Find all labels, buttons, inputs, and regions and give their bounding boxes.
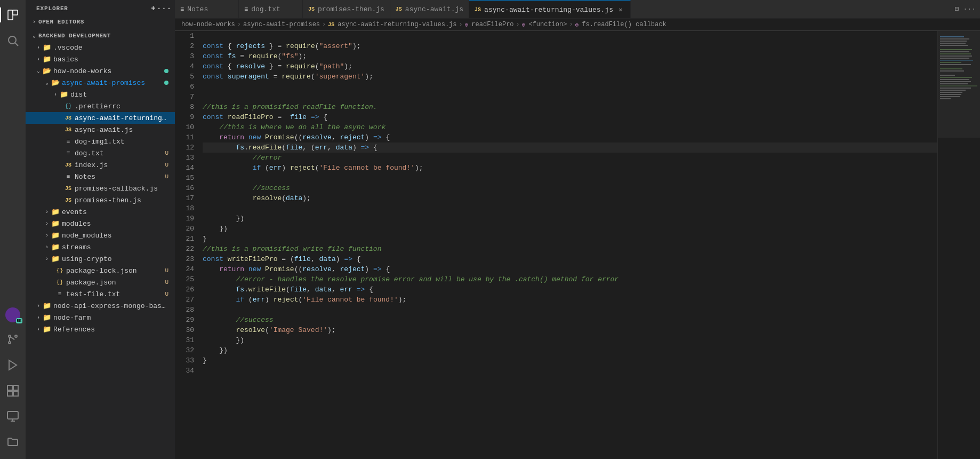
untracked-badge: U [165,267,168,274]
breadcrumb-callback[interactable]: fs.readFile() callback [582,21,666,28]
untracked-badge: U [165,150,168,156]
source-control-icon[interactable] [0,327,26,352]
sidebar-item-node-farm[interactable]: › 📁 node-farm [26,312,175,323]
code-line-26: fs.writeFile(file, data, err => { [203,284,937,295]
breadcrumb-function[interactable]: <function> [528,21,567,28]
breadcrumb-readfilepro[interactable]: readFilePro [471,21,513,28]
folder-icon: 📁 [43,302,51,310]
sidebar-item-node-api[interactable]: › 📁 node-api-express-mongo-basic [26,300,175,312]
code-line-17: resolve(data); [203,193,937,203]
sidebar-item-package-lock[interactable]: › {} package-lock.json U [26,265,175,276]
folder-icon: 📁 [43,325,51,334]
txt-icon: ≡ [55,290,64,298]
code-line-19: }) [203,213,937,224]
code-line-4: const { resolve } = require("path"); [203,61,937,72]
tab-notes[interactable]: ≡ Notes [175,0,239,19]
split-editor-icon[interactable]: ⊟ [955,5,959,13]
folder-icon: 📁 [51,219,60,228]
sidebar-item-using-crypto[interactable]: › 📁 using-crypto [26,253,175,265]
breadcrumb-how-node-works[interactable]: how-node-works [181,21,235,28]
code-line-21: } [203,234,937,244]
avatar-icon[interactable]: 5K [5,307,20,322]
tab-promises-then-label: promises-then.js [318,5,384,13]
txt-icon: ≡ [64,149,73,157]
tab-close-button[interactable]: ✕ [616,5,625,14]
tab-async-await[interactable]: JS async-await.js [390,0,469,19]
svg-rect-10 [7,391,12,396]
sidebar-item-promises-callback[interactable]: › JS promises-callback.js [26,183,175,194]
breadcrumb-js-icon: JS [328,22,334,28]
code-line-15 [203,173,937,183]
sidebar-item-dog-img[interactable]: › ≡ dog-img1.txt [26,136,175,147]
backend-dev-arrow: ⌄ [30,31,38,40]
activity-bar: 5K [0,0,26,459]
modified-badge [164,69,168,73]
svg-rect-12 [7,411,18,419]
search-icon[interactable] [0,28,26,53]
json-icon: {} [55,266,64,275]
extensions-icon[interactable] [0,378,26,403]
txt-icon: ≡ [64,137,73,146]
code-line-23: const writeFilePro = (file, data) => { [203,254,937,264]
more-actions-icon[interactable]: ··· [963,5,976,13]
sidebar-item-streams[interactable]: › 📁 streams [26,241,175,253]
code-line-31: }) [203,335,937,345]
explorer-icon[interactable] [0,2,26,28]
txt-icon: ≡ [64,172,73,181]
breadcrumb-filename[interactable]: async-await-returning-values.js [338,21,456,28]
open-folder-icon[interactable] [0,429,26,455]
untracked-badge: U [165,173,168,180]
code-line-25: //error - handles the resolve promise er… [203,274,937,284]
remote-icon[interactable] [0,403,26,429]
tab-dog-txt-icon: ≡ [244,6,248,13]
js-icon: JS [64,125,73,134]
breadcrumb-callback-icon: ⊕ [575,21,579,28]
sidebar-item-basics[interactable]: › 📁 basics [26,53,175,65]
backend-dev-header[interactable]: ⌄ BACKEND DEVELOPMENT [26,30,175,42]
svg-point-6 [15,335,17,337]
tab-promises-then[interactable]: JS promises-then.js [303,0,390,19]
code-line-24: return new Promise((resolve, reject) => … [203,264,937,274]
svg-point-2 [9,36,16,44]
tab-bar: ≡ Notes ≡ dog.txt JS promises-then.js JS… [175,0,980,19]
tab-async-await-label: async-await.js [405,5,463,13]
js-icon: JS [64,161,73,169]
sidebar-item-test-file[interactable]: › ≡ test-file.txt U [26,288,175,300]
open-editors-header[interactable]: › OPEN EDITORS [26,16,175,28]
sidebar-item-async-await-returning-values[interactable]: › JS async-await-returning-values.js [26,112,175,124]
sidebar-item-vscode[interactable]: › 📁 .vscode [26,42,175,53]
sidebar-item-promises-then[interactable]: › JS promises-then.js [26,194,175,206]
code-editor[interactable]: const { rejects } = require("assert"); c… [198,31,937,459]
open-editors-section: › OPEN EDITORS [26,15,175,29]
sidebar-item-dist[interactable]: › 📁 dist [26,89,175,100]
sidebar-item-modules[interactable]: › 📁 modules [26,218,175,230]
tab-dog-txt[interactable]: ≡ dog.txt [239,0,303,19]
sidebar-item-async-await-promises[interactable]: ⌄ 📂 async-await-promises [26,77,175,89]
more-options-icon[interactable]: ··· [160,4,168,13]
breadcrumb-async-await-promises[interactable]: async-await-promises [243,21,320,28]
sidebar-item-node-modules[interactable]: › 📁 node_modules [26,230,175,241]
code-line-1 [203,31,937,41]
sidebar-item-index-js[interactable]: › JS index.js U [26,159,175,171]
sidebar-item-references[interactable]: › 📁 References [26,323,175,335]
sidebar-item-package-json[interactable]: › {} package.json U [26,276,175,288]
tab-notes-icon: ≡ [180,6,184,13]
sidebar-item-how-node-works[interactable]: ⌄ 📂 how-node-works [26,65,175,77]
untracked-badge: U [165,162,168,168]
run-debug-icon[interactable] [0,352,26,378]
tab-active-label: async-await-returning-values.js [484,6,613,14]
code-line-33: } [203,355,937,366]
folder-icon: 📁 [51,208,60,216]
js-icon: JS [64,184,73,193]
js-icon: JS [64,114,73,122]
tab-async-await-returning[interactable]: JS async-await-returning-values.js ✕ [469,0,631,19]
sidebar-item-notes[interactable]: › ≡ Notes U [26,171,175,183]
sidebar-item-dog-txt[interactable]: › ≡ dog.txt U [26,147,175,159]
sidebar-item-events[interactable]: › 📁 events [26,206,175,218]
code-line-12: fs.readFile(file, (err, data) => { [203,143,937,153]
untracked-badge: U [165,291,168,297]
sidebar-item-prettierrc[interactable]: › {} .prettierrc [26,100,175,112]
minimap [937,31,980,459]
sidebar-item-async-await[interactable]: › JS async-await.js [26,124,175,136]
untracked-badge: U [165,279,168,286]
